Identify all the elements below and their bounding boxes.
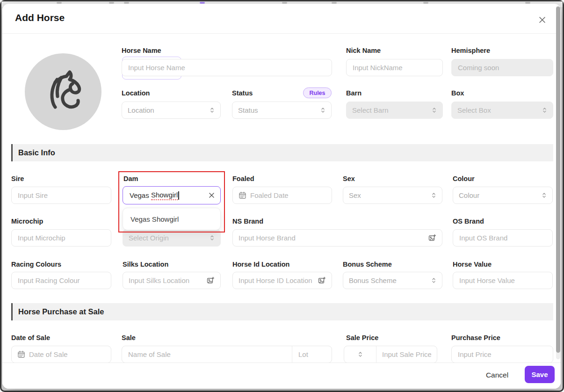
hemisphere-input xyxy=(451,59,553,76)
origin-select: Select Origin xyxy=(123,229,221,247)
calendar-icon xyxy=(17,350,25,358)
chevron-updown-icon xyxy=(431,277,436,284)
colour-select[interactable]: Colour xyxy=(453,187,553,204)
modal-title: Add Horse xyxy=(15,12,65,23)
horse-id-location-input[interactable] xyxy=(232,272,332,289)
ns-brand-field[interactable] xyxy=(239,234,425,242)
foaled-label: Foaled xyxy=(232,175,254,182)
horse-name-input[interactable] xyxy=(122,59,332,76)
image-add-icon[interactable] xyxy=(428,234,436,242)
silks-location-input[interactable] xyxy=(123,272,221,289)
microchip-input[interactable] xyxy=(11,229,111,247)
screenshot-frame: Add Horse Horse Name Nick Name Hemispher… xyxy=(0,0,564,392)
clear-icon xyxy=(209,192,215,198)
horse-id-location-field[interactable] xyxy=(239,276,314,284)
date-of-sale-label: Date of Sale xyxy=(11,334,50,341)
scrollbar-thumb[interactable] xyxy=(556,7,560,353)
os-brand-input[interactable] xyxy=(453,229,553,247)
text-cursor xyxy=(178,191,179,200)
silks-location-field[interactable] xyxy=(129,276,203,284)
horse-avatar[interactable] xyxy=(25,53,101,130)
barn-label: Barn xyxy=(346,89,362,97)
racing-colours-input[interactable] xyxy=(11,272,111,289)
silks-location-label: Silks Location xyxy=(123,261,168,268)
microchip-label: Microchip xyxy=(11,218,43,225)
close-button[interactable] xyxy=(536,14,548,26)
suggestion-item[interactable]: Vegas Showgirl xyxy=(123,208,220,230)
chevron-updown-icon xyxy=(542,107,547,114)
colour-label: Colour xyxy=(453,175,475,182)
horse-value-input[interactable] xyxy=(453,272,553,289)
chevron-updown-icon xyxy=(432,107,437,114)
section-horse-purchase: Horse Purchase at Sale xyxy=(11,303,553,320)
foaled-date-input[interactable] xyxy=(232,187,332,204)
chevron-updown-icon xyxy=(358,351,363,358)
sale-price-input[interactable] xyxy=(376,350,437,358)
save-button[interactable]: Save xyxy=(525,366,555,383)
horse-name-label: Horse Name xyxy=(122,47,161,54)
barn-select: Select Barn xyxy=(346,102,443,119)
rules-badge[interactable]: Rules xyxy=(303,87,332,98)
bonus-scheme-select[interactable]: Bonus Scheme xyxy=(343,272,442,289)
hemisphere-label: Hemisphere xyxy=(451,47,490,54)
sale-lot-input[interactable] xyxy=(292,350,332,358)
horse-value-label: Horse Value xyxy=(453,261,492,268)
dam-clear-button[interactable] xyxy=(208,191,216,199)
racing-colours-label: Racing Colours xyxy=(11,261,61,268)
box-label: Box xyxy=(451,89,464,97)
date-of-sale-field[interactable] xyxy=(29,350,105,358)
foaled-date-field[interactable] xyxy=(250,191,326,199)
nick-name-input[interactable] xyxy=(346,59,443,76)
modal-footer: Cancel Save xyxy=(2,363,561,389)
os-brand-label: OS Brand xyxy=(453,218,484,225)
image-add-icon[interactable] xyxy=(207,276,215,284)
box-select: Select Box xyxy=(451,102,553,119)
location-label: Location xyxy=(122,89,150,97)
sire-input[interactable] xyxy=(11,187,111,204)
ns-brand-label: NS Brand xyxy=(232,218,263,225)
image-add-icon[interactable] xyxy=(318,276,326,284)
horse-id-location-label: Horse Id Location xyxy=(232,261,289,268)
sale-price-currency-select[interactable] xyxy=(344,346,376,363)
purchase-price-label: Purchase Price xyxy=(451,334,500,341)
dam-suggestion-dropdown: Vegas Showgirl xyxy=(123,208,221,230)
status-select[interactable]: Status xyxy=(232,102,332,119)
chevron-updown-icon xyxy=(431,192,436,199)
section-basic-info: Basic Info xyxy=(11,144,553,161)
header-divider xyxy=(2,33,561,34)
sex-label: Sex xyxy=(343,175,355,182)
chevron-updown-icon xyxy=(320,107,325,114)
dam-input[interactable]: Vegas Showgirl xyxy=(123,186,221,204)
dam-label: Dam xyxy=(123,175,138,182)
sale-name-input[interactable] xyxy=(122,350,292,358)
chevron-updown-icon xyxy=(210,234,215,241)
status-label: Status xyxy=(232,89,253,97)
sale-price-group xyxy=(344,346,437,363)
sire-label: Sire xyxy=(11,175,24,182)
sale-input-group xyxy=(122,346,332,363)
horse-icon xyxy=(40,68,87,115)
sale-label: Sale xyxy=(122,334,136,341)
location-select[interactable]: Location xyxy=(122,102,221,119)
bonus-scheme-label: Bonus Scheme xyxy=(343,261,392,268)
date-of-sale-input[interactable] xyxy=(11,346,111,363)
ns-brand-input[interactable] xyxy=(232,229,442,247)
sale-price-label: Sale Price xyxy=(346,334,378,341)
close-icon xyxy=(538,16,546,24)
cancel-button[interactable]: Cancel xyxy=(479,367,515,383)
dam-value: Vegas Showgirl xyxy=(130,191,208,200)
modal-scrollbar[interactable] xyxy=(556,6,560,359)
nick-name-label: Nick Name xyxy=(346,47,381,54)
chevron-updown-icon xyxy=(542,192,547,199)
calendar-icon xyxy=(239,191,246,199)
purchase-price-input[interactable] xyxy=(451,346,553,363)
sex-select[interactable]: Sex xyxy=(343,187,442,204)
chevron-updown-icon xyxy=(210,107,215,114)
